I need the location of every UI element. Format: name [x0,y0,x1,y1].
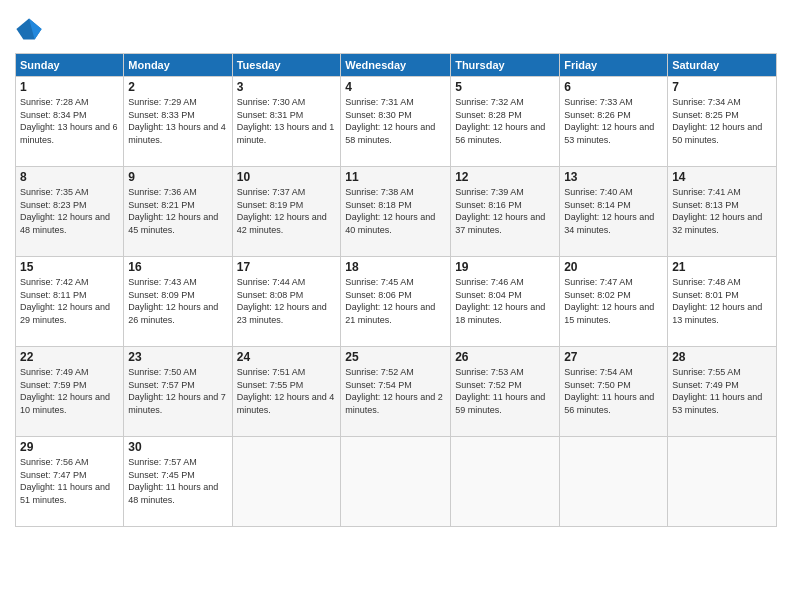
table-row: 9Sunrise: 7:36 AMSunset: 8:21 PMDaylight… [124,167,232,257]
page: Sunday Monday Tuesday Wednesday Thursday… [0,0,792,612]
calendar-header-row: Sunday Monday Tuesday Wednesday Thursday… [16,54,777,77]
table-row: 8Sunrise: 7:35 AMSunset: 8:23 PMDaylight… [16,167,124,257]
table-row: 22Sunrise: 7:49 AMSunset: 7:59 PMDayligh… [16,347,124,437]
table-row [451,437,560,527]
table-row: 7Sunrise: 7:34 AMSunset: 8:25 PMDaylight… [668,77,777,167]
table-row: 6Sunrise: 7:33 AMSunset: 8:26 PMDaylight… [560,77,668,167]
header [15,15,777,43]
table-row: 16Sunrise: 7:43 AMSunset: 8:09 PMDayligh… [124,257,232,347]
table-row [232,437,341,527]
table-row [560,437,668,527]
table-row: 29Sunrise: 7:56 AMSunset: 7:47 PMDayligh… [16,437,124,527]
table-row: 21Sunrise: 7:48 AMSunset: 8:01 PMDayligh… [668,257,777,347]
table-row: 20Sunrise: 7:47 AMSunset: 8:02 PMDayligh… [560,257,668,347]
logo-icon [15,15,43,43]
table-row: 11Sunrise: 7:38 AMSunset: 8:18 PMDayligh… [341,167,451,257]
table-row: 13Sunrise: 7:40 AMSunset: 8:14 PMDayligh… [560,167,668,257]
table-row: 14Sunrise: 7:41 AMSunset: 8:13 PMDayligh… [668,167,777,257]
col-thursday: Thursday [451,54,560,77]
table-row: 2Sunrise: 7:29 AMSunset: 8:33 PMDaylight… [124,77,232,167]
table-row: 5Sunrise: 7:32 AMSunset: 8:28 PMDaylight… [451,77,560,167]
table-row: 15Sunrise: 7:42 AMSunset: 8:11 PMDayligh… [16,257,124,347]
table-row [668,437,777,527]
table-row: 3Sunrise: 7:30 AMSunset: 8:31 PMDaylight… [232,77,341,167]
table-row: 1Sunrise: 7:28 AMSunset: 8:34 PMDaylight… [16,77,124,167]
table-row: 12Sunrise: 7:39 AMSunset: 8:16 PMDayligh… [451,167,560,257]
calendar-table: Sunday Monday Tuesday Wednesday Thursday… [15,53,777,527]
table-row: 18Sunrise: 7:45 AMSunset: 8:06 PMDayligh… [341,257,451,347]
table-row: 27Sunrise: 7:54 AMSunset: 7:50 PMDayligh… [560,347,668,437]
table-row: 26Sunrise: 7:53 AMSunset: 7:52 PMDayligh… [451,347,560,437]
table-row: 19Sunrise: 7:46 AMSunset: 8:04 PMDayligh… [451,257,560,347]
table-row: 4Sunrise: 7:31 AMSunset: 8:30 PMDaylight… [341,77,451,167]
table-row: 28Sunrise: 7:55 AMSunset: 7:49 PMDayligh… [668,347,777,437]
col-wednesday: Wednesday [341,54,451,77]
table-row: 10Sunrise: 7:37 AMSunset: 8:19 PMDayligh… [232,167,341,257]
table-row: 24Sunrise: 7:51 AMSunset: 7:55 PMDayligh… [232,347,341,437]
table-row: 17Sunrise: 7:44 AMSunset: 8:08 PMDayligh… [232,257,341,347]
col-monday: Monday [124,54,232,77]
table-row: 30Sunrise: 7:57 AMSunset: 7:45 PMDayligh… [124,437,232,527]
col-sunday: Sunday [16,54,124,77]
col-tuesday: Tuesday [232,54,341,77]
col-saturday: Saturday [668,54,777,77]
col-friday: Friday [560,54,668,77]
logo [15,15,45,43]
table-row [341,437,451,527]
table-row: 23Sunrise: 7:50 AMSunset: 7:57 PMDayligh… [124,347,232,437]
table-row: 25Sunrise: 7:52 AMSunset: 7:54 PMDayligh… [341,347,451,437]
